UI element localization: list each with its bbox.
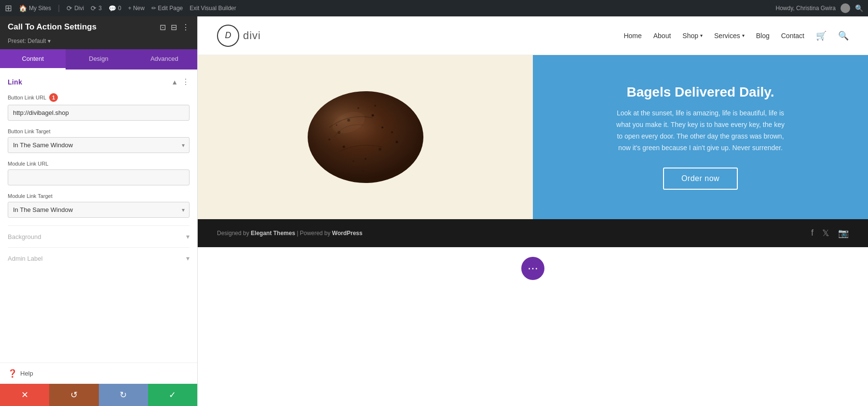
avatar: [841, 3, 850, 13]
tab-content[interactable]: Content: [0, 49, 66, 70]
help-icon: ❓: [8, 369, 17, 378]
shop-dropdown-icon: ▾: [700, 33, 703, 38]
site-nav: D divi Home About Shop ▾ Services ▾ Blog…: [198, 16, 868, 55]
expand-icon[interactable]: ⊟: [171, 23, 177, 32]
sidebar-content: Link ▲ ⋮ Button Link URL 1 Button Link T…: [0, 70, 197, 363]
nav-contact[interactable]: Contact: [781, 32, 804, 40]
cart-icon[interactable]: 🛒: [816, 30, 827, 41]
link-section-chevron[interactable]: ▲: [171, 78, 178, 86]
fab-button[interactable]: ⋯: [521, 257, 544, 280]
collapse-icon[interactable]: ⊡: [160, 23, 166, 32]
admin-label-section: Admin Label ▾: [8, 247, 190, 269]
button-link-target-wrapper: In The Same Window In The New Tab ▾: [8, 137, 190, 153]
order-now-button[interactable]: Order now: [663, 168, 738, 190]
exit-visual-builder-link[interactable]: Exit Visual Builder: [190, 5, 236, 12]
main-layout: Call To Action Settings ⊡ ⊟ ⋮ Preset: De…: [0, 16, 868, 406]
button-link-url-label: Button Link URL 1: [8, 93, 190, 102]
hero-cta: Bagels Delivered Daily. Look at the suns…: [533, 55, 868, 219]
logo-text: divi: [243, 29, 261, 42]
svg-point-11: [395, 141, 398, 143]
site-logo: D divi: [217, 25, 261, 47]
admin-bar-right: Howdy, Christina Gwira 🔍: [776, 3, 863, 13]
background-section-title: Background: [8, 233, 41, 240]
nav-home[interactable]: Home: [624, 32, 641, 40]
site-preview: D divi Home About Shop ▾ Services ▾ Blog…: [198, 16, 868, 406]
tab-design[interactable]: Design: [66, 49, 131, 70]
svg-point-1: [308, 91, 423, 183]
admin-label-section-header[interactable]: Admin Label ▾: [8, 254, 190, 262]
more-icon[interactable]: ⋮: [182, 23, 190, 32]
hero-image-area: [198, 55, 533, 219]
nav-services[interactable]: Services ▾: [714, 32, 745, 40]
bagel-image: [300, 79, 431, 195]
sidebar: Call To Action Settings ⊡ ⊟ ⋮ Preset: De…: [0, 16, 198, 406]
svg-point-12: [353, 160, 354, 162]
edit-page-link[interactable]: ✏ Edit Page: [151, 5, 183, 12]
comments-link[interactable]: 💬 0: [108, 5, 122, 12]
module-link-target-select[interactable]: In The Same Window In The New Tab: [8, 202, 190, 218]
module-link-target-wrapper: In The Same Window In The New Tab ▾: [8, 202, 190, 218]
redo-button[interactable]: ↻: [99, 384, 148, 406]
nav-shop[interactable]: Shop ▾: [682, 32, 703, 40]
svg-point-16: [362, 170, 364, 172]
footer-social-icons: f 𝕏 📷: [811, 228, 849, 238]
revisions-link[interactable]: ⟳ 3: [91, 4, 102, 12]
module-link-url-label: Module Link URL: [8, 161, 190, 167]
sidebar-bottom-bar: ✕ ↺ ↻ ✓: [0, 384, 197, 406]
svg-point-5: [381, 126, 383, 128]
link-section-title: Link: [8, 78, 22, 86]
help-button[interactable]: ❓ Help: [0, 363, 197, 384]
background-section: Background ▾: [8, 225, 190, 247]
link-section-header: Link ▲ ⋮: [8, 77, 190, 86]
svg-point-3: [371, 114, 374, 117]
site-footer: Designed by Elegant Themes | Powered by …: [198, 219, 868, 247]
preset-label[interactable]: Preset: Default ▾: [0, 38, 197, 49]
new-button[interactable]: + New: [128, 5, 145, 12]
cta-title: Bagels Delivered Daily.: [626, 84, 774, 100]
site-hero: Bagels Delivered Daily. Look at the suns…: [198, 55, 868, 219]
svg-point-15: [391, 131, 393, 133]
tab-advanced[interactable]: Advanced: [132, 49, 197, 70]
background-chevron-icon: ▾: [186, 233, 190, 240]
howdy-text: Howdy, Christina Gwira: [776, 5, 836, 12]
my-sites-link[interactable]: 🏠 My Sites: [19, 4, 51, 12]
badge-1: 1: [49, 93, 58, 102]
footer-text: Designed by Elegant Themes | Powered by …: [217, 230, 363, 237]
button-link-url-input[interactable]: [8, 105, 190, 121]
svg-point-8: [379, 148, 381, 151]
cancel-button[interactable]: ✕: [0, 384, 49, 406]
nav-blog[interactable]: Blog: [756, 32, 770, 40]
facebook-icon[interactable]: f: [811, 228, 814, 238]
search-icon[interactable]: 🔍: [855, 4, 863, 12]
sidebar-tabs: Content Design Advanced: [0, 49, 197, 70]
module-link-url-input[interactable]: [8, 169, 190, 185]
instagram-icon[interactable]: 📷: [838, 228, 849, 238]
search-icon[interactable]: 🔍: [838, 30, 849, 41]
logo-circle: D: [217, 25, 239, 47]
services-dropdown-icon: ▾: [742, 33, 745, 38]
background-section-header[interactable]: Background ▾: [8, 233, 190, 240]
site-menu: Home About Shop ▾ Services ▾ Blog Contac…: [624, 30, 849, 41]
sidebar-header-icons: ⊡ ⊟ ⋮: [160, 23, 190, 32]
site-gap-area: ⋯: [198, 247, 868, 406]
cta-body: Look at the sunset, life is amazing, lif…: [614, 108, 787, 154]
undo-button[interactable]: ↺: [49, 384, 98, 406]
wp-logo[interactable]: ⊞: [5, 3, 12, 14]
link-section-dots[interactable]: ⋮: [182, 77, 190, 86]
admin-label-chevron-icon: ▾: [186, 254, 190, 262]
svg-point-6: [357, 107, 359, 109]
save-button[interactable]: ✓: [148, 384, 197, 406]
svg-point-13: [374, 105, 376, 107]
button-link-target-select[interactable]: In The Same Window In The New Tab: [8, 137, 190, 153]
divi-link[interactable]: ⟳ Divi: [67, 4, 84, 12]
sidebar-title: Call To Action Settings: [8, 22, 96, 32]
admin-label-section-title: Admin Label: [8, 255, 42, 262]
admin-bar: ⊞ 🏠 My Sites | ⟳ Divi ⟳ 3 💬 0 + New ✏ Ed…: [0, 0, 868, 16]
button-link-target-label: Button Link Target: [8, 128, 190, 134]
twitter-icon[interactable]: 𝕏: [822, 228, 829, 238]
sidebar-header: Call To Action Settings ⊡ ⊟ ⋮: [0, 16, 197, 38]
module-link-target-label: Module Link Target: [8, 193, 190, 199]
svg-point-10: [328, 139, 330, 140]
nav-about[interactable]: About: [653, 32, 671, 40]
svg-point-9: [365, 158, 366, 160]
